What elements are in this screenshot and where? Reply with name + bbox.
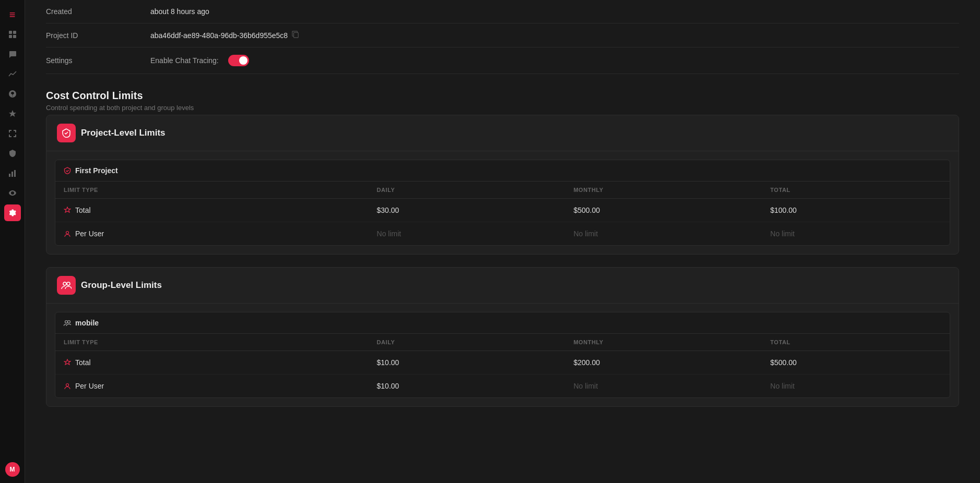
table-row: Total $10.00 $200.00 $500.00 — [55, 351, 950, 375]
svg-point-5 — [12, 95, 13, 96]
created-label: Created — [46, 7, 150, 16]
project-name-text: First Project — [75, 166, 118, 175]
project-level-title: Project-Level Limits — [81, 128, 166, 138]
svg-point-9 — [11, 192, 13, 194]
svg-rect-6 — [9, 174, 10, 177]
sidebar-item-trend[interactable] — [4, 66, 21, 82]
svg-rect-10 — [294, 33, 299, 38]
svg-rect-0 — [9, 31, 12, 34]
project-name-header: First Project — [55, 160, 950, 182]
project-id-row: Project ID aba46ddf-ae89-480a-96db-36b6d… — [46, 23, 959, 47]
col-header-daily-project: DAILY — [369, 182, 565, 199]
project-level-card: Project-Level Limits First Project LIMIT… — [46, 115, 959, 255]
created-row: Created about 8 hours ago — [46, 0, 959, 23]
table-row: Per User No limit No limit No limit — [55, 222, 950, 246]
group-name-header: mobile — [55, 312, 950, 334]
cost-control-subtitle: Control spending at both project and gro… — [46, 104, 959, 112]
project-id-text: aba46ddf-ae89-480a-96db-36b6d955e5c8 — [150, 31, 288, 40]
svg-point-12 — [63, 282, 66, 285]
settings-value: Enable Chat Tracing: — [150, 55, 249, 66]
col-header-total-group: TOTAL — [762, 334, 950, 351]
col-header-daily-group: DAILY — [369, 334, 565, 351]
settings-row: Settings Enable Chat Tracing: — [46, 47, 959, 74]
enable-chat-tracing-toggle[interactable] — [228, 55, 249, 66]
cost-control-title: Cost Control Limits — [46, 90, 959, 102]
project-limit-table: LIMIT TYPE DAILY MONTHLY TOTAL Total $30… — [55, 182, 950, 245]
cost-control-heading: Cost Control Limits Control spending at … — [46, 90, 959, 112]
svg-point-13 — [67, 282, 70, 285]
created-value: about 8 hours ago — [150, 7, 209, 16]
project-id-value-container: aba46ddf-ae89-480a-96db-36b6d955e5c8 — [150, 31, 299, 40]
sidebar-item-layout[interactable] — [4, 26, 21, 43]
col-header-monthly-group: MONTHLY — [565, 334, 762, 351]
table-row: Total $30.00 $500.00 $100.00 — [55, 199, 950, 222]
sidebar-item-expand[interactable] — [4, 125, 21, 142]
table-row: Per User $10.00 No limit No limit — [55, 375, 950, 398]
sidebar-item-chart[interactable] — [4, 165, 21, 182]
sidebar-item-settings[interactable] — [4, 204, 21, 221]
group-level-card: Group-Level Limits mobile LIMIT TYPE DAI… — [46, 267, 959, 407]
limit-type-cell: Per User — [64, 230, 360, 238]
sidebar-item-deploy[interactable] — [4, 105, 21, 122]
svg-point-15 — [68, 321, 70, 323]
project-inner-card: First Project LIMIT TYPE DAILY MONTHLY T… — [55, 160, 950, 246]
col-header-type-group: LIMIT TYPE — [55, 334, 369, 351]
svg-point-16 — [66, 384, 69, 387]
main-content: Created about 8 hours ago Project ID aba… — [25, 0, 980, 483]
sidebar: ≡ M — [0, 0, 25, 483]
copy-icon[interactable] — [292, 31, 299, 40]
svg-rect-1 — [13, 31, 16, 34]
sidebar-item-feedback[interactable] — [4, 86, 21, 102]
limit-type-cell: Per User — [64, 382, 360, 390]
col-header-monthly-project: MONTHLY — [565, 182, 762, 199]
group-limit-table: LIMIT TYPE DAILY MONTHLY TOTAL Total $10… — [55, 334, 950, 397]
svg-point-14 — [65, 321, 68, 323]
col-header-total-project: TOTAL — [762, 182, 950, 199]
sidebar-item-shield[interactable] — [4, 145, 21, 162]
group-name-text: mobile — [75, 319, 99, 327]
limit-type-cell: Total — [64, 206, 360, 214]
svg-rect-7 — [11, 172, 13, 177]
col-header-type-project: LIMIT TYPE — [55, 182, 369, 199]
project-level-icon — [57, 124, 76, 142]
group-level-icon — [57, 276, 76, 295]
sidebar-item-eye[interactable] — [4, 185, 21, 201]
group-level-title: Group-Level Limits — [81, 280, 162, 291]
limit-type-cell: Total — [64, 358, 360, 367]
group-level-header: Group-Level Limits — [46, 268, 959, 304]
settings-label: Settings — [46, 56, 150, 65]
user-avatar[interactable]: M — [5, 462, 20, 477]
svg-rect-8 — [14, 170, 16, 177]
group-inner-card: mobile LIMIT TYPE DAILY MONTHLY TOTAL — [55, 312, 950, 398]
svg-rect-2 — [9, 35, 12, 38]
project-level-header: Project-Level Limits — [46, 115, 959, 151]
project-id-label: Project ID — [46, 31, 150, 40]
svg-rect-3 — [13, 35, 16, 38]
sidebar-item-chat[interactable] — [4, 46, 21, 63]
enable-chat-tracing-label: Enable Chat Tracing: — [150, 56, 219, 65]
svg-point-11 — [66, 232, 69, 234]
sidebar-logo[interactable]: ≡ — [4, 6, 21, 23]
